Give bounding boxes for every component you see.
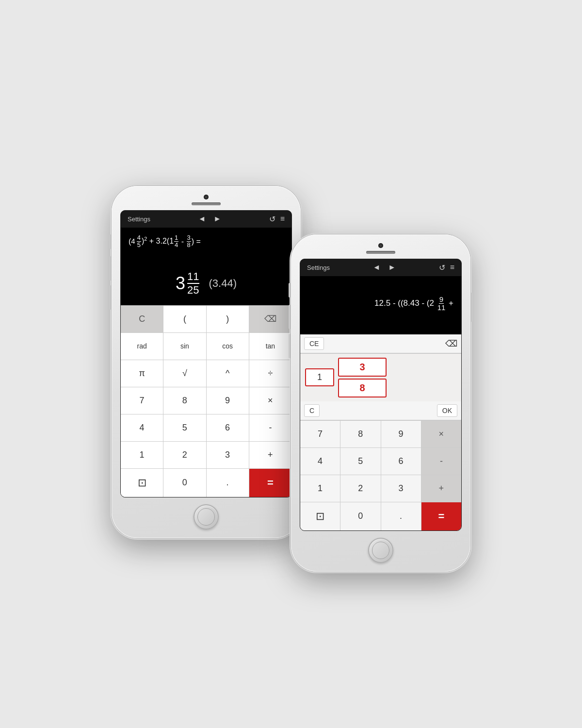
undo-icon-2[interactable]: ↺ [439,263,445,272]
key-multiply[interactable]: × [249,387,291,414]
frac-ce-row: CE ⌫ [300,334,461,353]
key-tan[interactable]: tan [249,333,291,360]
key-backspace[interactable]: ⌫ [249,306,291,332]
key-2[interactable]: 2 [163,442,206,468]
key2-equals[interactable]: = [421,502,461,530]
key-row-2-3: 7 8 9 × [300,420,461,447]
key-5[interactable]: 5 [163,414,206,441]
key-close-paren[interactable]: ) [207,306,249,332]
key2-8[interactable]: 8 [340,421,381,447]
whole-input[interactable]: 1 [305,368,334,386]
frac-stack: 3 8 [338,358,387,397]
clear-button-2[interactable]: C [304,404,320,417]
key-3[interactable]: 3 [207,442,249,468]
phone-bottom-1 [194,504,219,529]
nav-controls-1: ◄ ► [198,215,221,223]
result-whole: 3 [176,273,185,294]
key2-decimal[interactable]: . [381,502,421,530]
key-pi[interactable]: π [121,360,163,387]
key-row-2-5: 1 2 3 + [300,475,461,502]
key-rad[interactable]: rad [121,333,163,360]
phone-bottom-2 [368,538,393,563]
phone-top-1 [120,195,292,210]
key-row-6: ⊡ 0 . = [121,468,291,497]
key-row-4: 4 5 6 - [121,414,291,441]
key-cos[interactable]: cos [207,333,249,360]
phone-screen-2: Settings ◄ ► ↺ ≡ 12.5 - ((8.43 - (2 9 11 [300,259,462,531]
key-divide[interactable]: ÷ [249,360,291,387]
key-sin[interactable]: sin [163,333,206,360]
expression-1: (445)2 + 3.2(114 - 38) = [129,234,284,249]
keypad-2: 7 8 9 × 4 5 6 - 1 2 3 + [300,420,461,530]
frac-backspace-btn[interactable]: ⌫ [445,338,457,349]
numerator-input[interactable]: 3 [338,358,387,377]
top-right-controls-1: ↺ ≡ [269,215,285,224]
menu-icon-1[interactable]: ≡ [280,215,285,223]
key-row-2-6: ⊡ 0 . = [300,502,461,530]
key2-4[interactable]: 4 [300,448,340,475]
result-numerator: 11 [187,271,199,284]
key-decimal[interactable]: . [207,469,249,497]
phone-top-2 [300,243,462,259]
key2-multiply[interactable]: × [421,421,461,447]
menu-icon-2[interactable]: ≡ [450,263,454,272]
key-9[interactable]: 9 [207,387,249,414]
ce-button[interactable]: CE [304,337,324,350]
key-sqrt[interactable]: √ [163,360,206,387]
key-4[interactable]: 4 [121,414,163,441]
speaker-bar-2 [366,251,395,254]
nav-right-2[interactable]: ► [388,263,396,272]
key-1[interactable]: 1 [121,442,163,468]
key-equals[interactable]: = [249,469,291,497]
denominator-input[interactable]: 8 [338,379,387,397]
key2-1[interactable]: 1 [300,475,340,502]
nav-right-1[interactable]: ► [213,215,221,223]
speaker-bar-1 [192,202,221,205]
key2-3[interactable]: 3 [381,475,421,502]
key-row-2: π √ ^ ÷ [121,360,291,387]
key2-5[interactable]: 5 [340,448,381,475]
key2-0[interactable]: 0 [340,502,381,530]
key-power[interactable]: ^ [207,360,249,387]
home-button-2[interactable] [368,538,393,563]
key-row-0: C ( ) ⌫ [121,305,291,332]
key2-add[interactable]: + [421,475,461,502]
camera-dot-1 [204,195,209,199]
nav-left-2[interactable]: ◄ [372,263,380,272]
top-bar-1: Settings ◄ ► ↺ ≡ [121,211,291,228]
key-fraction[interactable]: ⊡ [121,469,163,497]
key2-fraction[interactable]: ⊡ [300,502,340,530]
settings-label-2[interactable]: Settings [307,264,330,271]
phone-1: Settings ◄ ► ↺ ≡ (445)2 + 3.2(114 - 38) … [112,186,301,538]
undo-icon-1[interactable]: ↺ [269,215,275,224]
display-area-1: (445)2 + 3.2(114 - 38) = 3 11 25 (3.44) [121,228,291,305]
settings-label-1[interactable]: Settings [128,215,150,223]
key2-7[interactable]: 7 [300,421,340,447]
display-area-2: 12.5 - ((8.43 - (2 9 11 + [300,276,461,334]
key-clear[interactable]: C [121,306,163,332]
key-add[interactable]: + [249,442,291,468]
result-denominator: 25 [187,284,199,296]
key2-9[interactable]: 9 [381,421,421,447]
key-8[interactable]: 8 [163,387,206,414]
key-subtract[interactable]: - [249,414,291,441]
key-row-3: 7 8 9 × [121,387,291,414]
key-6[interactable]: 6 [207,414,249,441]
key2-6[interactable]: 6 [381,448,421,475]
home-button-1[interactable] [194,504,219,529]
phone-screen-1: Settings ◄ ► ↺ ≡ (445)2 + 3.2(114 - 38) … [120,210,292,497]
nav-left-1[interactable]: ◄ [198,215,206,223]
key2-subtract[interactable]: - [421,448,461,475]
key-0[interactable]: 0 [163,469,206,497]
top-bar-2: Settings ◄ ► ↺ ≡ [300,259,461,276]
result-decimal: (3.44) [209,277,237,290]
key-row-1: rad sin cos tan [121,332,291,360]
top-right-controls-2: ↺ ≡ [439,263,454,272]
frac-input-row: 1 3 8 [305,358,456,397]
keypad-1: C ( ) ⌫ rad sin cos tan π √ ^ ÷ [121,305,291,497]
result-1: 3 11 25 (3.44) [129,271,284,296]
key-7[interactable]: 7 [121,387,163,414]
key2-2[interactable]: 2 [340,475,381,502]
key-open-paren[interactable]: ( [163,306,206,332]
ok-button[interactable]: OK [437,404,457,417]
